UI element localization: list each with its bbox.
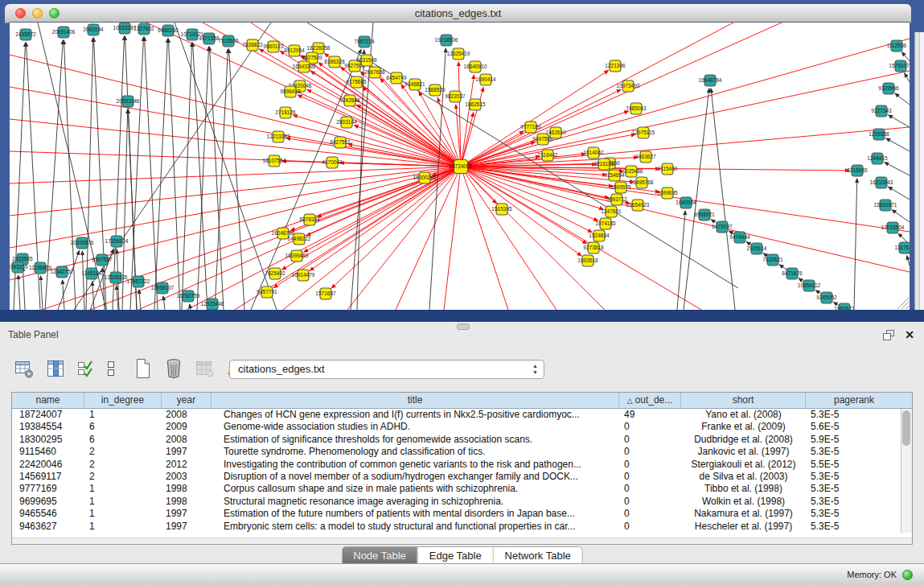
desktop-scroll-strip[interactable] <box>914 32 924 310</box>
network-node[interactable]: 20691406 <box>52 27 76 38</box>
network-node[interactable]: 16782759 <box>177 290 200 302</box>
network-node[interactable]: 7632621 <box>762 254 783 266</box>
network-node[interactable]: 9822037 <box>445 91 466 102</box>
delete-table-icon[interactable] <box>195 359 215 379</box>
network-node[interactable]: 16914479 <box>292 270 315 281</box>
network-node[interactable]: 9896418 <box>280 86 301 97</box>
column-header-in_degree[interactable]: in_degree <box>84 393 162 408</box>
column-header-out_de[interactable]: △out_de... <box>619 393 681 408</box>
network-node[interactable]: 7625402 <box>265 268 285 279</box>
network-node[interactable]: 2667608 <box>364 67 385 78</box>
table-selector-dropdown[interactable]: citations_edges.txt ▲▼ <box>229 360 544 379</box>
network-node[interactable]: 6479197 <box>712 221 733 233</box>
network-node[interactable]: 1571657 <box>315 288 336 299</box>
network-node[interactable]: 6466160 <box>158 25 179 36</box>
network-node[interactable]: 9474444 <box>729 232 750 243</box>
column-header-name[interactable]: name <box>12 393 84 408</box>
network-node[interactable]: 1524834 <box>589 230 610 241</box>
tab-node-table[interactable]: Node Table <box>342 547 418 565</box>
horizontal-scrollbar[interactable] <box>12 538 912 544</box>
column-header-short[interactable]: short <box>681 393 806 408</box>
network-node[interactable]: 1899575 <box>610 182 631 193</box>
network-node[interactable]: 8471676 <box>782 268 803 279</box>
network-node[interactable]: 7515526 <box>218 35 239 47</box>
network-node[interactable]: 13325419 <box>447 48 470 60</box>
network-node[interactable]: 19654923 <box>626 200 650 211</box>
vertical-scrollbar[interactable] <box>901 409 912 533</box>
network-node[interactable]: 1221396 <box>605 60 626 72</box>
network-node[interactable]: 1614062 <box>583 147 604 159</box>
network-node[interactable]: 9329966 <box>878 83 899 94</box>
scrollbar-thumb[interactable] <box>902 410 910 446</box>
network-node[interactable]: 10654112 <box>798 280 821 291</box>
network-node[interactable]: 16210643 <box>870 177 893 188</box>
resize-grip-icon[interactable] <box>897 298 909 309</box>
tab-edge-table[interactable]: Edge Table <box>418 547 494 565</box>
row-toggle-icon[interactable] <box>106 359 116 378</box>
network-node[interactable]: 2093194 <box>83 24 104 35</box>
network-node[interactable]: 9660123 <box>263 41 284 52</box>
network-node[interactable]: 9393159 <box>10 262 28 273</box>
network-node[interactable]: 9457791 <box>257 286 277 298</box>
window-titlebar[interactable]: citations_edges.txt <box>5 4 911 23</box>
table-row[interactable]: 1938455462009Genome-wide association stu… <box>12 421 912 433</box>
network-node[interactable]: 16099489 <box>285 250 309 262</box>
network-node[interactable]: 7485063 <box>626 103 647 114</box>
network-node[interactable]: 2718126 <box>275 107 296 118</box>
network-node[interactable]: 18640910 <box>464 61 487 72</box>
network-node[interactable]: 2435572 <box>15 29 36 40</box>
tab-network-table[interactable]: Network Table <box>494 547 582 565</box>
network-node[interactable]: 16648784 <box>699 75 722 86</box>
network-node[interactable]: 11156869 <box>29 262 51 274</box>
network-node[interactable]: 12923448 <box>201 299 224 310</box>
network-node[interactable]: 17359924 <box>105 236 129 247</box>
network-node[interactable]: 8958921 <box>694 209 715 220</box>
network-node[interactable]: 1862615 <box>465 99 486 110</box>
network-node[interactable]: 1112536 <box>887 40 907 51</box>
network-node[interactable]: 17957222 <box>127 276 150 287</box>
network-node[interactable]: 15751074 <box>889 60 910 72</box>
close-panel-icon[interactable]: ✕ <box>905 329 914 340</box>
network-node[interactable]: 8215955 <box>847 165 868 176</box>
network-node[interactable]: 14498222 <box>288 233 311 245</box>
delete-column-icon[interactable] <box>164 358 183 379</box>
table-row[interactable]: 969969511998Structural magnetic resonanc… <box>12 496 912 508</box>
network-node[interactable]: 20953346 <box>117 96 140 107</box>
table-row[interactable]: 1456911722003Disruption of a novel membe… <box>12 471 912 483</box>
network-node[interactable]: 2803144 <box>336 117 357 128</box>
column-header-year[interactable]: year <box>162 393 211 408</box>
column-checklist-icon[interactable] <box>77 359 94 378</box>
network-node[interactable]: 1640954 <box>676 197 696 208</box>
network-canvas[interactable]: 1872400724355722069140620931941065328713… <box>10 23 910 310</box>
show-columns-icon[interactable] <box>47 359 65 379</box>
table-row[interactable]: 946362711997Embryonic stem cells: a mode… <box>12 521 912 533</box>
network-node[interactable]: 9115460 <box>658 163 678 175</box>
network-node[interactable]: 9245052 <box>816 292 837 303</box>
network-node[interactable]: 12213383 <box>267 131 290 142</box>
table-row[interactable]: 1872400712008Changes of HCN gene express… <box>12 409 912 421</box>
network-node[interactable]: 19218506 <box>435 35 458 46</box>
network-node[interactable]: 12975115 <box>632 127 655 138</box>
network-node[interactable]: 9699695 <box>657 187 678 199</box>
network-node[interactable]: 9273818 <box>583 242 604 253</box>
float-panel-icon[interactable] <box>883 330 895 340</box>
network-node[interactable]: 9146821 <box>405 79 425 90</box>
network-node[interactable]: 1327602 <box>133 23 154 35</box>
table-row[interactable]: 2242004622012Investigating the contribut… <box>12 459 912 471</box>
network-node[interactable]: 1247601 <box>601 206 622 217</box>
network-node[interactable]: 16107554 <box>263 155 286 167</box>
column-header-pagerank[interactable]: pagerank <box>806 393 902 408</box>
network-node[interactable]: 15692971 <box>874 200 897 211</box>
network-node[interactable]: 8186328 <box>324 56 345 68</box>
network-node[interactable]: 1515345 <box>491 204 512 215</box>
network-node[interactable]: 1145194 <box>82 268 102 279</box>
network-node[interactable]: 9242848 <box>339 95 360 106</box>
network-node[interactable]: 10958107 <box>151 282 175 294</box>
table-row[interactable]: 911546021997Tourette syndrome. Phenomeno… <box>12 446 912 458</box>
network-node[interactable]: 1074185 <box>595 218 616 229</box>
network-node[interactable]: 2935114 <box>747 243 767 254</box>
network-node[interactable]: 17016504 <box>881 222 905 233</box>
column-header-title[interactable]: title <box>211 393 619 408</box>
network-node[interactable]: 1690414 <box>475 74 496 85</box>
network-node[interactable]: 9593712 <box>606 194 627 205</box>
